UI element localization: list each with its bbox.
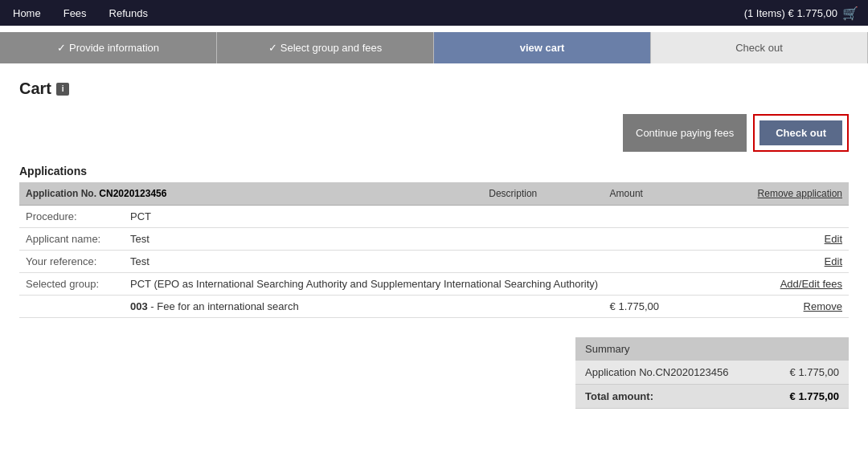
fee-description-extra xyxy=(482,296,603,318)
reference-action: Edit xyxy=(727,251,849,273)
step-check-out[interactable]: Check out xyxy=(651,32,868,63)
group-value: PCT (EPO as International Searching Auth… xyxy=(124,273,727,296)
applications-section-title: Applications xyxy=(19,165,849,177)
applicant-action: Edit xyxy=(727,228,849,251)
table-row: Applicant name: Test Edit xyxy=(19,228,849,251)
group-action: Add/Edit fees xyxy=(727,273,849,296)
applicant-value: Test xyxy=(124,228,727,251)
fee-remove-link[interactable]: Remove xyxy=(804,300,842,312)
applicant-label: Applicant name: xyxy=(19,228,124,251)
continue-paying-fees-button[interactable]: Continue paying fees xyxy=(623,114,747,152)
action-row: Continue paying fees Check out xyxy=(19,114,849,152)
top-navigation: Home Fees Refunds (1 Items) € 1.775,00 🛒 xyxy=(0,0,868,26)
fee-description: Fee for an international search xyxy=(157,300,298,312)
nav-fees[interactable]: Fees xyxy=(60,2,90,24)
nav-refunds[interactable]: Refunds xyxy=(106,2,151,24)
step1-checkmark: ✓ xyxy=(57,42,66,54)
app-no-value: CN2020123456 xyxy=(99,188,166,199)
applicant-edit-link[interactable]: Edit xyxy=(825,233,842,245)
col-amount: Amount xyxy=(604,182,727,206)
procedure-action xyxy=(727,206,849,228)
nav-items: Home Fees Refunds xyxy=(10,2,744,24)
cart-summary[interactable]: (1 Items) € 1.775,00 🛒 xyxy=(744,6,858,21)
cart-title-text: Cart xyxy=(19,80,51,98)
fee-remove-cell: Remove xyxy=(727,296,849,318)
summary-container: Summary Application No.CN2020123456 € 1.… xyxy=(19,337,849,409)
summary-total-label: Total amount: xyxy=(585,390,653,402)
reference-edit-link[interactable]: Edit xyxy=(825,255,842,267)
cart-icon: 🛒 xyxy=(842,6,858,21)
table-row: Your reference: Test Edit xyxy=(19,251,849,273)
fee-row: 003 - Fee for an international search € … xyxy=(19,296,849,318)
add-edit-fees-link[interactable]: Add/Edit fees xyxy=(780,278,842,290)
reference-label: Your reference: xyxy=(19,251,124,273)
summary-total-row: Total amount: € 1.775,00 xyxy=(575,385,849,409)
col-description: Description xyxy=(482,182,603,206)
step1-label: Provide information xyxy=(69,42,159,54)
summary-row: Application No.CN2020123456 € 1.775,00 xyxy=(575,361,849,385)
col-app-no: Application No. CN2020123456 xyxy=(19,182,482,206)
summary-total-amount: € 1.775,00 xyxy=(790,390,839,402)
col-remove-app: Remove application xyxy=(727,182,849,206)
app-no-label: Application No. xyxy=(26,188,96,199)
table-row: Procedure: PCT xyxy=(19,206,849,228)
cart-info-text: (1 Items) € 1.775,00 xyxy=(744,7,837,19)
procedure-label: Procedure: xyxy=(19,206,124,228)
step-provide-information[interactable]: ✓Provide information xyxy=(0,32,217,63)
main-content: Cart i Continue paying fees Check out Ap… xyxy=(0,63,868,425)
remove-application-link[interactable]: Remove application xyxy=(758,188,842,199)
nav-home[interactable]: Home xyxy=(10,2,44,24)
applications-table: Application No. CN2020123456 Description… xyxy=(19,182,849,318)
cart-title-row: Cart i xyxy=(19,80,849,98)
fee-amount: € 1.775,00 xyxy=(604,296,727,318)
table-row: Selected group: PCT (EPO as Internationa… xyxy=(19,273,849,296)
step4-label: Check out xyxy=(735,42,783,54)
summary-box: Summary Application No.CN2020123456 € 1.… xyxy=(575,337,849,409)
step3-label: view cart xyxy=(520,42,565,54)
fee-code: 003 xyxy=(130,300,148,312)
step-view-cart[interactable]: view cart xyxy=(434,32,651,63)
summary-app-amount: € 1.775,00 xyxy=(790,366,839,378)
checkout-button[interactable]: Check out xyxy=(760,120,842,145)
summary-header: Summary xyxy=(575,337,849,361)
summary-app-label: Application No.CN2020123456 xyxy=(585,366,729,378)
procedure-value: PCT xyxy=(124,206,727,228)
step2-checkmark: ✓ xyxy=(268,42,277,54)
fee-code-desc: 003 - Fee for an international search xyxy=(124,296,482,318)
group-label: Selected group: xyxy=(19,273,124,296)
steps-bar: ✓Provide information ✓Select group and f… xyxy=(0,32,868,63)
step2-label: Select group and fees xyxy=(280,42,382,54)
cart-info-icon: i xyxy=(56,83,69,96)
fee-empty-label xyxy=(19,296,124,318)
checkout-highlight-box: Check out xyxy=(753,114,849,152)
step-select-group[interactable]: ✓Select group and fees xyxy=(217,32,434,63)
reference-value: Test xyxy=(124,251,727,273)
